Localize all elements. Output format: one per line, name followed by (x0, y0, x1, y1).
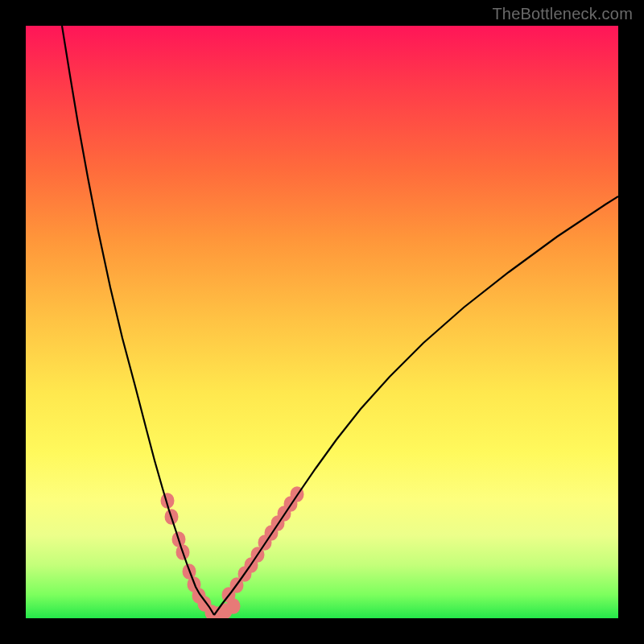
chart-frame: TheBottleneck.com (0, 0, 644, 644)
curve-left-branch (62, 26, 214, 615)
chart-svg (26, 26, 618, 618)
curve-right-branch (214, 196, 618, 615)
plot-area (26, 26, 618, 618)
watermark-text: TheBottleneck.com (492, 5, 633, 23)
